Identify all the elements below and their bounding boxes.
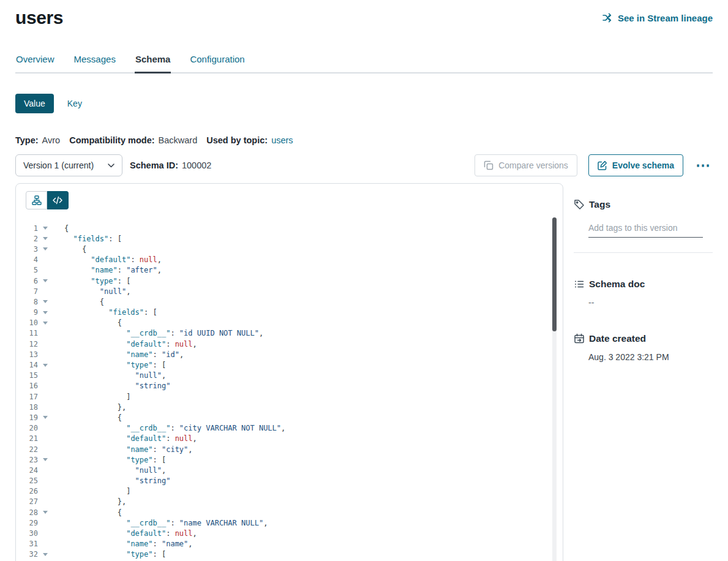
tab-schema[interactable]: Schema <box>135 54 171 72</box>
date-created-section: Date created Aug. 3 2022 3:21 PM <box>574 333 713 362</box>
code-line: 23 "type": [ <box>26 454 563 465</box>
code-line: 29 "__crdb__": "name VARCHAR NULL", <box>26 518 563 528</box>
more-options-icon: ⋯ <box>696 157 711 173</box>
meta-label: Type: <box>15 135 39 145</box>
line-number: 20 <box>26 424 38 432</box>
fold-toggle[interactable] <box>38 237 53 240</box>
line-number: 2 <box>26 235 38 243</box>
tag-icon <box>574 199 585 210</box>
line-number: 19 <box>26 413 38 422</box>
more-options-button[interactable]: ⋯ <box>694 162 713 169</box>
toggle-key-button[interactable]: Key <box>67 99 82 108</box>
code-view-button[interactable] <box>47 191 69 209</box>
fold-toggle[interactable] <box>38 553 53 556</box>
code-line: 6 "type": [ <box>26 276 563 286</box>
fold-arrow-icon <box>43 511 48 514</box>
fold-toggle[interactable] <box>38 458 53 461</box>
fold-toggle[interactable] <box>38 511 53 514</box>
version-select[interactable]: Version 1 (current) <box>15 154 122 176</box>
chevron-down-icon <box>108 164 114 168</box>
tags-input[interactable] <box>588 223 703 238</box>
fold-toggle[interactable] <box>38 416 53 419</box>
line-number: 32 <box>26 550 38 559</box>
line-number: 4 <box>26 255 38 264</box>
line-number: 14 <box>26 361 38 369</box>
compare-versions-label: Compare versions <box>498 160 568 170</box>
meta-item: Compatibility mode:Backward <box>69 135 197 145</box>
fold-arrow-icon <box>43 237 48 240</box>
schema-page: users See in Stream lineage OverviewMess… <box>0 0 728 561</box>
code-line: 11 "__crdb__": "id UUID NOT NULL", <box>26 328 563 339</box>
code-text: "type": [ <box>64 277 130 285</box>
tree-view-icon <box>32 195 42 205</box>
code-text: { <box>64 298 104 306</box>
version-select-value: Version 1 (current) <box>23 160 94 170</box>
fold-toggle[interactable] <box>38 300 53 303</box>
line-number: 3 <box>26 245 38 254</box>
schema-doc-section: Schema doc -- <box>574 279 713 307</box>
code-line: 16 "string" <box>26 381 563 391</box>
code-line: 10 { <box>26 318 563 328</box>
code-text: ] <box>64 487 130 495</box>
code-text: "string" <box>64 382 170 390</box>
fold-arrow-icon <box>43 322 48 325</box>
fold-toggle[interactable] <box>38 227 53 230</box>
code-lines: 1{2 "fields": [3 {4 "default": null,5 "n… <box>26 223 563 560</box>
tab-overview[interactable]: Overview <box>15 54 55 72</box>
schema-doc-value: -- <box>588 298 713 307</box>
code-text: "type": [ <box>64 361 166 369</box>
code-text: "name": "after", <box>64 266 162 274</box>
fold-toggle[interactable] <box>38 247 53 250</box>
editor-scrollbar[interactable] <box>552 217 557 561</box>
tab-messages[interactable]: Messages <box>73 54 116 72</box>
line-number: 6 <box>26 277 38 285</box>
topic-link[interactable]: users <box>271 135 293 145</box>
code-text: { <box>64 224 69 233</box>
tags-title: Tags <box>589 199 610 210</box>
fold-arrow-icon <box>43 458 48 461</box>
code-text: "default": null, <box>64 434 197 443</box>
fold-toggle[interactable] <box>38 322 53 325</box>
line-number: 13 <box>26 350 38 359</box>
schema-editor-panel: 1{2 "fields": [3 {4 "default": null,5 "n… <box>15 183 563 561</box>
date-created-value: Aug. 3 2022 3:21 PM <box>588 352 713 362</box>
schema-doc-title: Schema doc <box>589 279 645 290</box>
line-number: 9 <box>26 308 38 317</box>
code-line: 32 "type": [ <box>26 549 563 560</box>
tab-configuration[interactable]: Configuration <box>189 54 245 72</box>
scrollbar-thumb[interactable] <box>552 217 557 331</box>
line-number: 12 <box>26 340 38 348</box>
evolve-schema-button[interactable]: Evolve schema <box>588 154 683 176</box>
fold-arrow-icon <box>43 311 48 314</box>
stream-lineage-link[interactable]: See in Stream lineage <box>602 13 713 23</box>
code-text: "type": [ <box>64 456 166 464</box>
stream-lineage-icon <box>602 13 613 23</box>
fold-arrow-icon <box>43 247 48 250</box>
line-number: 8 <box>26 298 38 306</box>
toggle-value-button[interactable]: Value <box>15 94 54 113</box>
code-text: "type": [ <box>64 550 166 559</box>
line-number: 5 <box>26 266 38 274</box>
code-line: 15 "null", <box>26 371 563 381</box>
meta-value: Avro <box>42 135 61 145</box>
version-row: Version 1 (current) Schema ID: 100002 Co… <box>15 154 713 176</box>
page-header: users See in Stream lineage <box>15 0 713 28</box>
line-number: 30 <box>26 529 38 538</box>
compare-versions-button[interactable]: Compare versions <box>475 154 577 176</box>
date-created-title: Date created <box>589 333 646 344</box>
code-text: }, <box>64 497 126 506</box>
meta-label: Compatibility mode: <box>69 135 154 145</box>
line-number: 21 <box>26 434 38 443</box>
fold-toggle[interactable] <box>38 364 53 367</box>
fold-arrow-icon <box>43 300 48 303</box>
code-line: 19 { <box>26 412 563 423</box>
tree-view-button[interactable] <box>26 191 47 209</box>
meta-value: Backward <box>159 135 198 145</box>
code-line: 1{ <box>26 223 563 233</box>
code-text: "name": "id", <box>64 350 184 359</box>
fold-toggle[interactable] <box>38 311 53 314</box>
meta-label: Used by topic: <box>206 135 268 145</box>
code-text: "name": "city", <box>64 445 193 454</box>
code-text: { <box>64 318 122 327</box>
fold-toggle[interactable] <box>38 279 53 282</box>
